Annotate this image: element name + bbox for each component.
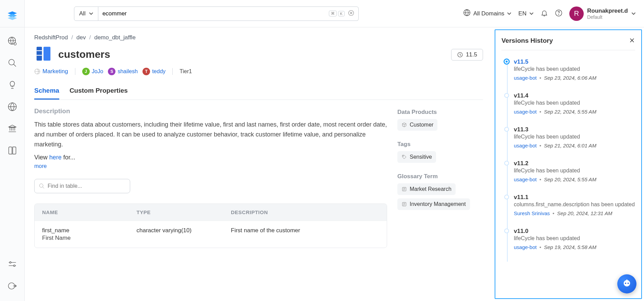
version-user[interactable]: usage-bot <box>514 244 537 250</box>
governance-icon[interactable] <box>5 122 19 135</box>
domains-icon[interactable] <box>5 100 19 114</box>
breadcrumb-item[interactable]: demo_dbt_jaffle <box>94 34 136 41</box>
domain-chip[interactable]: Marketing <box>34 68 68 75</box>
version-item[interactable]: v11.3 lifeCycle has been updated usage-b… <box>514 126 635 148</box>
version-user[interactable]: Suresh Srinivas <box>514 210 550 216</box>
svg-point-2 <box>9 60 14 65</box>
svg-point-4 <box>9 262 11 263</box>
version-item[interactable]: v11.0 lifeCycle has been updated usage-b… <box>514 228 635 250</box>
svg-point-10 <box>558 14 559 15</box>
insights-icon[interactable] <box>5 78 19 92</box>
search-input[interactable] <box>102 10 329 17</box>
table-row[interactable]: first_name First Name character varying(… <box>35 221 387 248</box>
glossary-icon[interactable] <box>5 144 19 157</box>
chip-label: Customer <box>410 122 433 128</box>
version-desc: lifeCycle has been updated <box>514 235 635 241</box>
glossary-heading: Glossary Term <box>397 173 483 180</box>
version-time: Sep 20, 2024, 5:55 AM <box>544 176 596 182</box>
glossary-chip[interactable]: Inventory Management <box>397 198 470 210</box>
datasource-icon <box>34 44 53 63</box>
description-heading: Description <box>34 107 387 115</box>
notifications-icon[interactable] <box>541 9 548 18</box>
svg-point-5 <box>13 265 15 266</box>
close-icon[interactable] <box>629 37 635 44</box>
version-desc: lifeCycle has been updated <box>514 66 635 72</box>
versions-panel: Versions History v11.5 lifeCycle has bee… <box>495 29 642 299</box>
user-role: Default <box>587 14 628 20</box>
help-icon[interactable] <box>555 9 562 18</box>
tab-schema[interactable]: Schema <box>34 87 59 100</box>
glossary-chip[interactable]: Market Research <box>397 183 456 195</box>
version-time: Sep 23, 2024, 6:06 AM <box>544 75 596 81</box>
version-desc: lifeCycle has been updated <box>514 168 635 174</box>
col-type: character varying(10) <box>137 227 231 241</box>
language-label: EN <box>518 10 527 17</box>
version-time: Sep 19, 2024, 5:58 AM <box>544 244 596 250</box>
domain-selector-label: All Domains <box>473 10 505 17</box>
svg-rect-12 <box>44 47 50 61</box>
col-name: first_name <box>42 227 69 234</box>
version-time: Sep 20, 2024, 12:31 AM <box>557 210 612 216</box>
version-button[interactable]: 11.5 <box>451 49 483 61</box>
app-logo[interactable] <box>0 3 24 27</box>
version-desc: columns.first_name.description has been … <box>514 201 635 208</box>
owner-chip[interactable]: Tteddy <box>143 68 165 75</box>
version-user[interactable]: usage-bot <box>514 143 537 148</box>
version-time: Sep 21, 2024, 6:01 AM <box>544 143 596 148</box>
version-item[interactable]: v11.4 lifeCycle has been updated usage-b… <box>514 92 635 115</box>
breadcrumb[interactable]: RedshiftProd/ dev/ demo_dbt_jaffle <box>34 34 451 41</box>
tag-chip[interactable]: Sensitive <box>397 151 436 163</box>
domain-chip-label: Marketing <box>42 68 68 75</box>
language-selector[interactable]: EN <box>518 10 534 17</box>
data-product-chip[interactable]: Customer <box>397 119 437 131</box>
description-more-link[interactable]: more <box>34 163 47 169</box>
owner-chip[interactable]: Sshailesh <box>108 68 138 75</box>
version-user[interactable]: usage-bot <box>514 176 537 182</box>
breadcrumb-item[interactable]: dev <box>76 34 86 41</box>
svg-point-19 <box>624 280 630 287</box>
breadcrumb-item[interactable]: RedshiftProd <box>34 34 68 41</box>
svg-point-20 <box>625 283 626 284</box>
version-item[interactable]: v11.1 columns.first_name.description has… <box>514 194 635 216</box>
user-menu[interactable]: R Rounakpreet.d Default <box>569 6 636 21</box>
col-header-name: NAME <box>42 209 137 215</box>
avatar: R <box>569 6 584 21</box>
col-label: First Name <box>42 235 137 241</box>
description-text: This table stores data about customers, … <box>34 120 387 149</box>
version-number: v11.4 <box>514 92 635 99</box>
owner-chip[interactable]: JJoJo <box>82 68 103 75</box>
version-number: v11.2 <box>514 160 635 167</box>
version-number: v11.0 <box>514 228 635 235</box>
version-number: v11.1 <box>514 194 635 201</box>
domain-selector[interactable]: All Domains <box>463 9 512 18</box>
tier-label: Tier1 <box>179 68 192 75</box>
version-desc: lifeCycle has been updated <box>514 100 635 106</box>
version-desc: lifeCycle has been updated <box>514 134 635 140</box>
version-user[interactable]: usage-bot <box>514 75 537 81</box>
clear-search-icon[interactable] <box>348 10 354 17</box>
chip-label: Market Research <box>410 186 451 192</box>
col-header-type: TYPE <box>137 209 231 215</box>
find-in-table-input[interactable] <box>48 183 126 189</box>
version-user[interactable]: usage-bot <box>514 109 537 115</box>
version-item[interactable]: v11.2 lifeCycle has been updated usage-b… <box>514 160 635 182</box>
version-item[interactable]: v11.5 lifeCycle has been updated usage-b… <box>514 58 635 81</box>
svg-point-21 <box>628 283 629 284</box>
logout-icon[interactable] <box>5 279 19 293</box>
version-button-label: 11.5 <box>466 51 477 58</box>
description-view-line: View here for... <box>34 154 387 161</box>
tags-heading: Tags <box>397 141 483 148</box>
chip-label: Sensitive <box>410 154 432 160</box>
settings-icon[interactable] <box>5 257 19 271</box>
explore-icon[interactable] <box>5 34 19 48</box>
search-scope-select[interactable]: All <box>74 6 98 21</box>
svg-point-15 <box>39 184 43 188</box>
search-icon[interactable] <box>5 56 19 70</box>
chat-fab[interactable] <box>617 274 636 293</box>
versions-title: Versions History <box>501 37 553 44</box>
tab-custom-properties[interactable]: Custom Properties <box>70 87 128 100</box>
user-name: Rounakpreet.d <box>587 8 628 14</box>
keyboard-hint: ⌘ K <box>329 11 345 16</box>
description-link[interactable]: here <box>49 154 62 161</box>
search-scope-label: All <box>79 10 86 17</box>
